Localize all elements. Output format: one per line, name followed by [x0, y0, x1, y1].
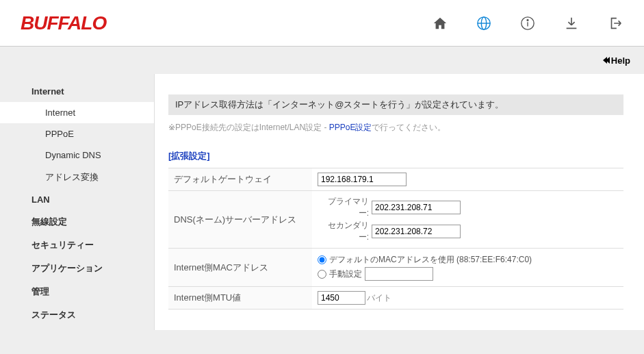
sidebar-item-application[interactable]: アプリケーション: [0, 257, 154, 280]
mtu-unit: バイト: [367, 293, 391, 303]
logo: BUFFALO: [21, 12, 106, 34]
dns-primary-input[interactable]: [372, 201, 461, 214]
section-title: [拡張設定]: [168, 150, 623, 162]
label-mac: Internet側MACアドレス: [168, 249, 312, 287]
sidebar-item-security[interactable]: セキュリティー: [0, 233, 154, 257]
help-link[interactable]: Help: [603, 55, 630, 66]
sidebar-sub-nat[interactable]: アドレス変換: [0, 166, 154, 189]
mac-manual-radio[interactable]: [318, 270, 326, 279]
settings-table: デフォルトゲートウェイ DNS(ネーム)サーバーアドレス プライマリー: セカン…: [168, 168, 623, 309]
mac-manual-label: 手動設定: [329, 268, 362, 280]
mac-default-label: デフォルトのMACアドレスを使用 (88:57:EE:F6:47:C0): [329, 254, 532, 266]
mtu-input[interactable]: [318, 291, 365, 305]
sidebar-item-status[interactable]: ステータス: [0, 303, 154, 327]
sidebar: Internet Internet PPPoE Dynamic DNS アドレス…: [0, 74, 154, 330]
gateway-input[interactable]: [318, 173, 407, 186]
mac-default-radio[interactable]: [318, 255, 326, 264]
sidebar-item-lan[interactable]: LAN: [0, 189, 154, 210]
note-suffix: で行ってください。: [372, 123, 446, 132]
sidebar-item-internet[interactable]: Internet: [0, 81, 154, 102]
row-dns: DNS(ネーム)サーバーアドレス プライマリー: セカンダリー:: [168, 191, 623, 249]
pppoe-link[interactable]: PPPoE設定: [329, 123, 372, 132]
sidebar-sub-ddns[interactable]: Dynamic DNS: [0, 144, 154, 166]
header-icons: [432, 15, 623, 31]
dns-secondary-label: セカンダリー:: [318, 220, 369, 243]
sidebar-item-admin[interactable]: 管理: [0, 280, 154, 303]
label-dns: DNS(ネーム)サーバーアドレス: [168, 191, 312, 249]
note-line: ※PPPoE接続先の設定はInternet/LAN設定 - PPPoE設定で行っ…: [168, 122, 623, 134]
dns-primary-label: プライマリー:: [318, 196, 369, 219]
row-gateway: デフォルトゲートウェイ: [168, 168, 623, 191]
help-bar: Help: [0, 47, 644, 74]
info-icon[interactable]: [519, 15, 536, 31]
mac-manual-input[interactable]: [365, 267, 433, 281]
globe-icon[interactable]: [476, 15, 492, 31]
sidebar-item-wireless[interactable]: 無線設定: [0, 210, 154, 233]
sidebar-sub-pppoe[interactable]: PPPoE: [0, 123, 154, 144]
note-prefix: ※PPPoE接続先の設定はInternet/LAN設定 -: [168, 123, 329, 132]
label-mtu: Internet側MTU値: [168, 287, 312, 309]
info-banner: IPアドレス取得方法は「インターネット@スタートを行う」が設定されています。: [168, 94, 623, 115]
header: BUFFALO: [0, 0, 644, 47]
dns-secondary-input[interactable]: [372, 225, 461, 238]
sidebar-sub-internet[interactable]: Internet: [0, 102, 154, 123]
row-mac: Internet側MACアドレス デフォルトのMACアドレスを使用 (88:57…: [168, 249, 623, 287]
download-icon[interactable]: [563, 15, 580, 31]
home-icon[interactable]: [432, 15, 448, 31]
main-panel: IPアドレス取得方法は「インターネット@スタートを行う」が設定されています。 ※…: [154, 74, 644, 330]
row-mtu: Internet側MTU値 バイト: [168, 287, 623, 309]
svg-point-5: [527, 19, 528, 21]
logout-icon[interactable]: [607, 15, 623, 31]
label-gateway: デフォルトゲートウェイ: [168, 168, 312, 191]
